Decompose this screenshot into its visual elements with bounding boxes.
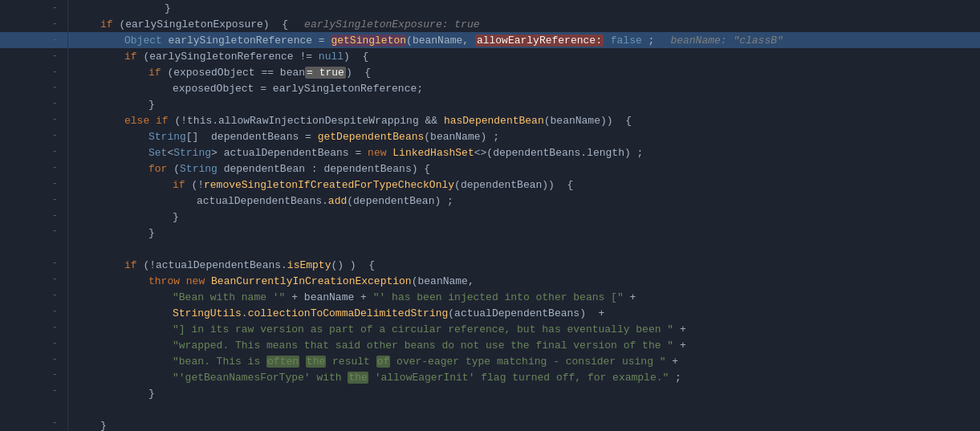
gutter-24: - — [0, 367, 67, 383]
gutter-2: - — [0, 16, 67, 32]
gutter-20: - — [0, 303, 67, 319]
code-line-13: actualDependentBeans. add ( dependentBea… — [68, 193, 980, 209]
gutter-3: - — [0, 32, 67, 48]
gutter-10: - — [0, 144, 67, 160]
code-line-2: if ( earlySingletonExposure ) { earlySin… — [68, 16, 980, 32]
editor-container: - - - - - - - - - - - - - - - - - - - - … — [0, 0, 980, 431]
code-line-4: if ( earlySingletonReference != null ) { — [68, 48, 980, 64]
gutter-22: - — [0, 335, 67, 352]
line-numbers: - - - - - - - - - - - - - - - - - - - - … — [0, 0, 68, 431]
code-line-12: if (! removeSingletonIfCreatedForTypeChe… — [68, 177, 980, 193]
code-line-17: if (! actualDependentBeans. isEmpty () )… — [68, 257, 980, 273]
gutter-25: - — [0, 383, 67, 399]
gutter-1: - — [0, 0, 67, 16]
code-line-5: if ( exposedObject == bean = true ) { — [68, 64, 980, 80]
code-line-7: } — [68, 96, 980, 112]
code-area: } if ( earlySingletonExposure ) { earlyS… — [68, 0, 980, 431]
gutter-18: - — [0, 271, 67, 287]
code-line-10: Set < String > actualDependentBeans = ne… — [68, 144, 980, 161]
gutter-27: - — [0, 415, 67, 431]
code-line-22: "wrapped. This means that said other bea… — [68, 337, 980, 353]
gutter-5: - — [0, 64, 67, 80]
code-line-3: Object earlySingletonReference = getSing… — [68, 32, 980, 48]
gutter-23: - — [0, 352, 67, 368]
gutter-15: - — [0, 223, 67, 239]
code-line-19: "Bean with name '" + beanName + "' has b… — [68, 289, 980, 305]
gutter-8: - — [0, 112, 67, 128]
gutter-19: - — [0, 287, 67, 303]
code-line-25: } — [68, 385, 980, 401]
code-line-15: } — [68, 225, 980, 241]
gutter-6: - — [0, 79, 67, 96]
gutter-7: - — [0, 96, 67, 112]
gutter-13: - — [0, 192, 67, 208]
gutter-14: - — [0, 208, 67, 224]
code-line-27: } — [68, 417, 980, 431]
code-line-21: "] in its raw version as part of a circu… — [68, 321, 980, 337]
code-line-26 — [68, 401, 980, 417]
code-line-16 — [68, 241, 980, 257]
code-line-8: else if (! this. allowRawInjectionDespit… — [68, 112, 980, 128]
gutter-17: - — [0, 255, 67, 271]
gutter-12: - — [0, 176, 67, 192]
gutter-11: - — [0, 160, 67, 176]
gutter-26 — [0, 399, 67, 415]
code-line-18: throw new BeanCurrentlyInCreationExcepti… — [68, 273, 980, 289]
gutter-16 — [0, 239, 67, 255]
code-line-11: for ( String dependentBean : dependentBe… — [68, 161, 980, 177]
code-line-23: "bean. This is often the result of over-… — [68, 353, 980, 369]
gutter-4: - — [0, 48, 67, 64]
code-line-1: } — [68, 0, 980, 16]
code-line-14: } — [68, 209, 980, 225]
gutter-9: - — [0, 128, 67, 144]
code-line-6: exposedObject = earlySingletonReference; — [68, 80, 980, 96]
code-line-24: "'getBeanNamesForType' with the 'allowEa… — [68, 369, 980, 385]
code-line-9: String [] dependentBeans = getDependentB… — [68, 128, 980, 144]
code-line-20: StringUtils . collectionToCommaDelimited… — [68, 305, 980, 321]
gutter-21: - — [0, 319, 67, 335]
